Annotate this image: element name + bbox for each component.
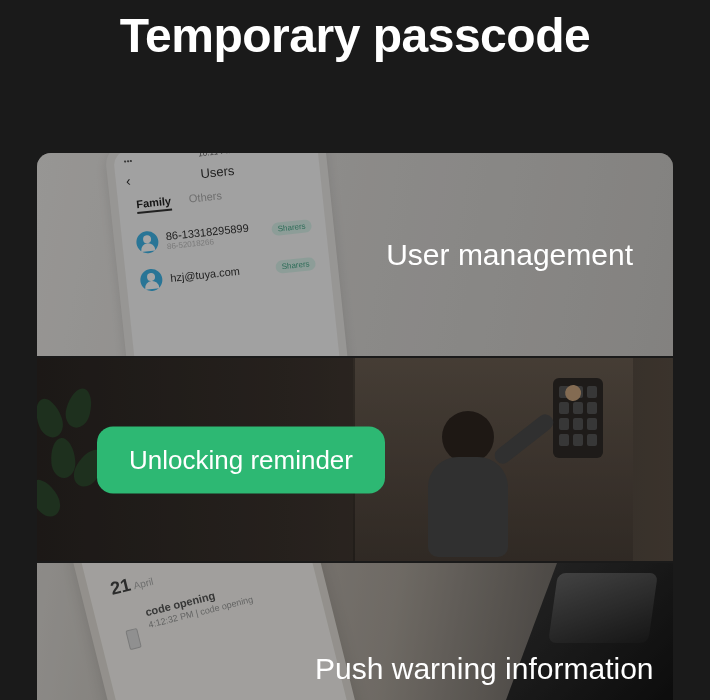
page-title: Temporary passcode bbox=[0, 0, 710, 153]
card-user-management: ••• 10:11 PM ⚙ ⚡ 100% ▮ ‹ Users Family O… bbox=[37, 153, 673, 356]
feature-cards: ••• 10:11 PM ⚙ ⚡ 100% ▮ ‹ Users Family O… bbox=[0, 153, 710, 700]
card-label-user-management: User management bbox=[386, 238, 633, 272]
card-label-push-warning: Push warning information bbox=[315, 652, 654, 686]
card-unlocking-reminder: Unlocking reminder bbox=[37, 358, 673, 561]
card-push-warning: ‹ 21April code opening 4:12:32 PM | code… bbox=[37, 563, 673, 700]
card-label-unlocking-reminder: Unlocking reminder bbox=[97, 426, 385, 493]
